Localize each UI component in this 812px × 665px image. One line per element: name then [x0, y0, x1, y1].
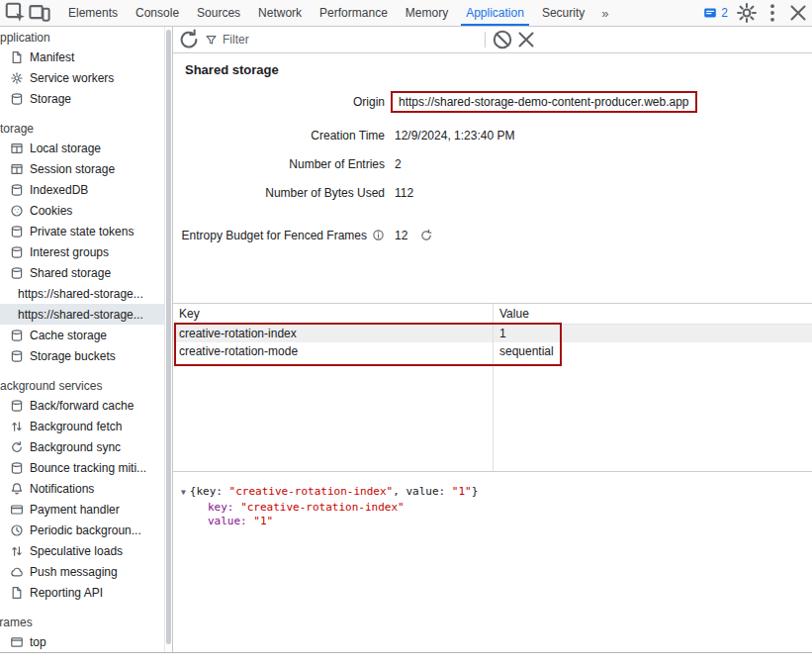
- cell-value: 1: [493, 327, 812, 340]
- tab-application[interactable]: Application: [457, 0, 533, 26]
- field-label: Origin: [353, 95, 385, 109]
- field-label: Number of Entries: [289, 157, 385, 171]
- sidebar-item-service-workers[interactable]: Service workers: [0, 67, 164, 88]
- delete-selected-icon[interactable]: [514, 28, 538, 51]
- sidebar-item-periodic-backgroun[interactable]: Periodic backgroun...: [0, 520, 164, 540]
- tabbar-right-controls: 2: [698, 1, 812, 25]
- database-icon: [10, 245, 24, 259]
- kebab-menu-icon[interactable]: [761, 1, 784, 25]
- devtools-tabbar: ElementsConsoleSourcesNetworkPerformance…: [0, 0, 812, 27]
- settings-gear-icon[interactable]: [735, 1, 759, 25]
- section-title-background-services: Background services: [0, 377, 164, 395]
- document-icon: [10, 586, 24, 600]
- sidebar-item-label: Private state tokens: [30, 225, 134, 238]
- cookie-icon: [10, 204, 24, 218]
- close-devtools-icon[interactable]: [786, 1, 810, 25]
- sidebar-item-label: Service workers: [30, 71, 114, 85]
- tab-console[interactable]: Console: [127, 0, 188, 26]
- sidebar-item-back-forward-cache[interactable]: Back/forward cache: [0, 395, 164, 416]
- preview-root-text: {key: "creative-rotation-index", value: …: [190, 485, 478, 498]
- disclosure-triangle-icon[interactable]: ▼: [181, 488, 186, 497]
- sidebar-item-label: https://shared-storage...: [18, 287, 143, 301]
- database-icon: [10, 349, 24, 363]
- sidebar-item-push-messaging[interactable]: Push messaging: [0, 561, 164, 582]
- sidebar-item-session-storage[interactable]: Session storage: [0, 158, 164, 179]
- filter-funnel-icon: [205, 34, 218, 47]
- more-tabs-button[interactable]: »: [593, 6, 616, 21]
- sidebar-item-interest-groups[interactable]: Interest groups: [0, 241, 164, 262]
- clock-icon: [10, 523, 24, 537]
- tab-memory[interactable]: Memory: [397, 0, 457, 26]
- device-toolbar-icon[interactable]: [28, 1, 51, 25]
- sidebar-item-shared-storage[interactable]: Shared storage: [0, 262, 164, 283]
- sidebar-item-cookies[interactable]: Cookies: [0, 200, 164, 221]
- clear-all-icon[interactable]: [491, 28, 514, 51]
- service-worker-icon: [10, 71, 24, 85]
- sidebar-item-manifest[interactable]: Manifest: [0, 47, 164, 67]
- info-icon[interactable]: [372, 229, 385, 241]
- issues-count: 2: [721, 6, 728, 20]
- preview-root-line: ▼{key: "creative-rotation-index", value:…: [181, 485, 812, 500]
- field-value: 12/9/2024, 1:23:40 PM: [395, 129, 514, 142]
- sidebar-item-label: Manifest: [30, 50, 74, 64]
- tab-elements[interactable]: Elements: [59, 0, 127, 26]
- reset-budget-icon[interactable]: [419, 229, 433, 242]
- column-divider[interactable]: [493, 304, 494, 471]
- sidebar-item-payment-handler[interactable]: Payment handler: [0, 499, 164, 520]
- sidebar-item-private-state-tokens[interactable]: Private state tokens: [0, 221, 164, 241]
- sidebar-item-bounce-tracking-miti[interactable]: Bounce tracking miti...: [0, 457, 164, 478]
- tab-network[interactable]: Network: [249, 0, 311, 26]
- sidebar-item-label: Shared storage: [30, 266, 111, 280]
- sidebar-item-cache-storage[interactable]: Cache storage: [0, 325, 164, 345]
- sidebar-item-https-shared-storage[interactable]: https://shared-storage...: [0, 283, 164, 304]
- sidebar-item-local-storage[interactable]: Local storage: [0, 138, 164, 158]
- field-label: Entropy Budget for Fenced Frames: [182, 229, 367, 242]
- sidebar-item-background-sync[interactable]: Background sync: [0, 436, 164, 457]
- sidebar-item-label: Notifications: [30, 482, 94, 496]
- sidebar-item-label: Background sync: [30, 440, 121, 454]
- sidebar-item-indexeddb[interactable]: IndexedDB: [0, 179, 164, 200]
- sidebar-item-label: Reporting API: [30, 586, 103, 600]
- issues-badge[interactable]: 2: [698, 6, 733, 20]
- tab-performance[interactable]: Performance: [311, 0, 397, 26]
- application-sidebar: ApplicationManifestService workersStorag…: [0, 27, 164, 652]
- cell-key: creative-rotation-index: [173, 327, 493, 340]
- sidebar-item-speculative-loads[interactable]: Speculative loads: [0, 540, 164, 561]
- sidebar-item-notifications[interactable]: Notifications: [0, 478, 164, 499]
- sidebar-scrollbar[interactable]: [164, 27, 173, 652]
- sidebar-item-https-shared-storage[interactable]: https://shared-storage...: [0, 304, 164, 325]
- col-header-key[interactable]: Key: [173, 307, 493, 321]
- issues-icon: [703, 6, 717, 20]
- updown-arrows-icon: [10, 420, 24, 433]
- database-icon: [10, 329, 24, 342]
- section-title-frames: Frames: [0, 614, 164, 631]
- sidebar-item-label: Interest groups: [30, 245, 109, 259]
- sidebar-item-storage-buckets[interactable]: Storage buckets: [0, 345, 164, 366]
- tab-sources[interactable]: Sources: [188, 0, 249, 26]
- sidebar-item-reporting-api[interactable]: Reporting API: [0, 582, 164, 603]
- sidebar-item-label: IndexedDB: [30, 183, 88, 197]
- sidebar-item-top[interactable]: top: [0, 631, 164, 652]
- table-icon: [10, 142, 24, 155]
- database-icon: [10, 183, 24, 197]
- filter-input[interactable]: [223, 33, 480, 47]
- storage-items-table: Key Value creative-rotation-index1creati…: [173, 303, 812, 471]
- updown-arrows-icon: [10, 544, 24, 558]
- sidebar-item-label: Payment handler: [30, 503, 120, 517]
- shared-storage-toolbar: [173, 27, 812, 53]
- sidebar-item-label: Cache storage: [30, 329, 107, 342]
- scrollbar-thumb[interactable]: [166, 30, 171, 644]
- sidebar-item-storage[interactable]: Storage: [0, 88, 164, 109]
- toolbar-divider: [485, 32, 486, 48]
- inspect-element-icon[interactable]: [4, 1, 28, 25]
- sidebar-item-background-fetch[interactable]: Background fetch: [0, 416, 164, 436]
- refresh-icon[interactable]: [177, 28, 201, 51]
- sidebar-item-label: Storage buckets: [30, 349, 116, 363]
- database-icon: [10, 399, 24, 413]
- field-creation-time: Creation Time12/9/2024, 1:23:40 PM: [173, 121, 812, 149]
- document-icon: [10, 50, 24, 64]
- col-header-value[interactable]: Value: [493, 307, 812, 321]
- field-value: 112: [395, 186, 413, 200]
- sidebar-item-label: https://shared-storage...: [18, 308, 143, 322]
- tab-security[interactable]: Security: [533, 0, 593, 26]
